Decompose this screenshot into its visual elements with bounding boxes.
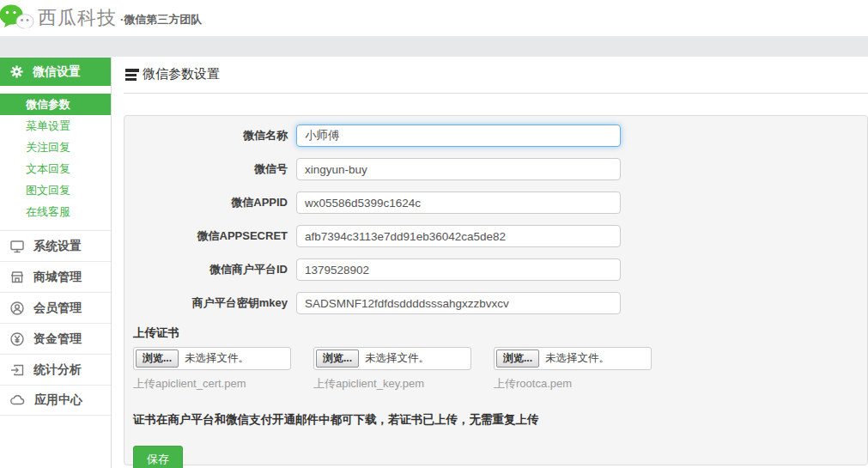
apiclient-cert-file-input[interactable]: 浏览... 未选择文件。 [133, 347, 291, 370]
sidebar-item-label: 统计分析 [33, 362, 82, 378]
upload-section-title: 上传证书 [133, 325, 859, 341]
upload-caption: 上传apiclient_cert.pem [133, 376, 291, 392]
list-icon [125, 69, 139, 81]
sidebar-item-label: 应用中心 [34, 392, 82, 408]
form-row: 商户平台密钥mkey [133, 292, 859, 314]
field-label-mkey: 商户平台密钥mkey [133, 295, 296, 311]
sidebar-sections: 系统设置 商城管理 会员管理 [0, 230, 111, 416]
stats-import-icon [9, 362, 25, 378]
form-row: 微信名称 [133, 125, 859, 147]
sidebar-item-wechat-settings[interactable]: 微信设置 [0, 58, 111, 86]
gear-icon [9, 64, 24, 79]
sidebar-item-member-management[interactable]: 会员管理 [0, 292, 111, 323]
monitor-icon [9, 239, 25, 254]
save-button[interactable]: 保存 [133, 446, 183, 468]
certificate-note: 证书在商户平台和微信支付开通邮件中都可下载，若证书已上传，无需重复上传 [133, 412, 859, 428]
sidebar-item-menu-settings[interactable]: 菜单设置 [0, 115, 111, 137]
appsecret-input[interactable] [296, 225, 621, 247]
cloud-icon [9, 392, 26, 408]
wechat-name-input[interactable] [296, 125, 621, 147]
form-row: 微信APPSECRET [133, 225, 859, 247]
browse-button[interactable]: 浏览... [136, 349, 179, 368]
yuan-icon [9, 331, 25, 347]
sidebar-item-text-reply[interactable]: 文本回复 [0, 158, 111, 179]
store-icon [9, 270, 25, 285]
field-label-wechat-id: 微信号 [133, 161, 296, 177]
browse-button[interactable]: 浏览... [496, 349, 539, 368]
wechat-logo-icon [0, 3, 36, 34]
upload-caption: 上传rootca.pem [494, 376, 652, 392]
sidebar-item-funds-management[interactable]: 资金管理 [0, 323, 111, 354]
apiclient-key-file-input[interactable]: 浏览... 未选择文件。 [313, 347, 471, 370]
user-icon [9, 301, 25, 316]
rootca-file-input[interactable]: 浏览... 未选择文件。 [494, 347, 652, 370]
sidebar-item-statistics[interactable]: 统计分析 [0, 354, 111, 385]
sidebar-item-article-reply[interactable]: 图文回复 [0, 179, 111, 201]
upload-caption: 上传apiclient_key.pem [313, 376, 471, 392]
sidebar-item-mall-management[interactable]: 商城管理 [0, 261, 111, 292]
field-label-wechat-name: 微信名称 [133, 128, 296, 143]
wechat-settings-submenu: 微信参数 菜单设置 关注回复 文本回复 图文回复 在线客服 [0, 94, 111, 222]
no-file-selected-text: 未选择文件。 [365, 351, 429, 366]
browse-button[interactable]: 浏览... [316, 349, 359, 368]
page-title-text: 微信参数设置 [143, 66, 220, 82]
app-header: 西瓜科技 ·微信第三方团队 [0, 0, 868, 36]
upload-apiclient-key: 浏览... 未选择文件。 上传apiclient_key.pem [313, 347, 471, 392]
wechat-params-form-panel: 微信名称 微信号 微信APPID 微信APPSECRET 微信商户平台ID 商户… [124, 115, 868, 465]
sidebar-item-label: 系统设置 [33, 239, 82, 254]
form-row: 微信号 [133, 158, 859, 180]
sidebar-item-app-center[interactable]: 应用中心 [0, 385, 111, 416]
sidebar-item-system-settings[interactable]: 系统设置 [0, 230, 111, 261]
field-label-merchant-id: 微信商户平台ID [133, 262, 296, 277]
brand-name: 西瓜科技 [38, 5, 117, 31]
mkey-input[interactable] [296, 292, 621, 314]
sidebar: 微信设置 微信参数 菜单设置 关注回复 文本回复 图文回复 在线客服 系统设置 [0, 57, 112, 468]
header-divider-band [0, 36, 868, 57]
upload-rootca: 浏览... 未选择文件。 上传rootca.pem [494, 347, 652, 392]
sidebar-item-wechat-params[interactable]: 微信参数 [0, 94, 111, 115]
wechat-id-input[interactable] [296, 158, 621, 180]
sidebar-item-label: 会员管理 [33, 301, 82, 316]
field-label-appsecret: 微信APPSECRET [133, 228, 296, 244]
upload-apiclient-cert: 浏览... 未选择文件。 上传apiclient_cert.pem [133, 347, 291, 392]
sidebar-item-label: 微信设置 [33, 64, 81, 80]
form-row: 微信APPID [133, 191, 859, 214]
no-file-selected-text: 未选择文件。 [545, 351, 610, 366]
merchant-id-input[interactable] [296, 258, 621, 281]
no-file-selected-text: 未选择文件。 [185, 351, 249, 366]
field-label-appid: 微信APPID [133, 195, 296, 210]
page-title: 微信参数设置 [124, 57, 868, 94]
brand-subtitle: ·微信第三方团队 [120, 12, 202, 27]
sidebar-item-label: 资金管理 [33, 331, 82, 347]
sidebar-item-online-service[interactable]: 在线客服 [0, 201, 111, 222]
main-content: 微信参数设置 微信名称 微信号 微信APPID 微信APPSECRET 微信商户… [112, 57, 868, 468]
sidebar-item-label: 商城管理 [33, 270, 82, 285]
sidebar-item-follow-reply[interactable]: 关注回复 [0, 137, 111, 158]
upload-cert-section: 上传证书 浏览... 未选择文件。 上传apiclient_cert.pem 浏… [133, 325, 859, 392]
form-row: 微信商户平台ID [133, 258, 859, 281]
appid-input[interactable] [296, 191, 621, 214]
